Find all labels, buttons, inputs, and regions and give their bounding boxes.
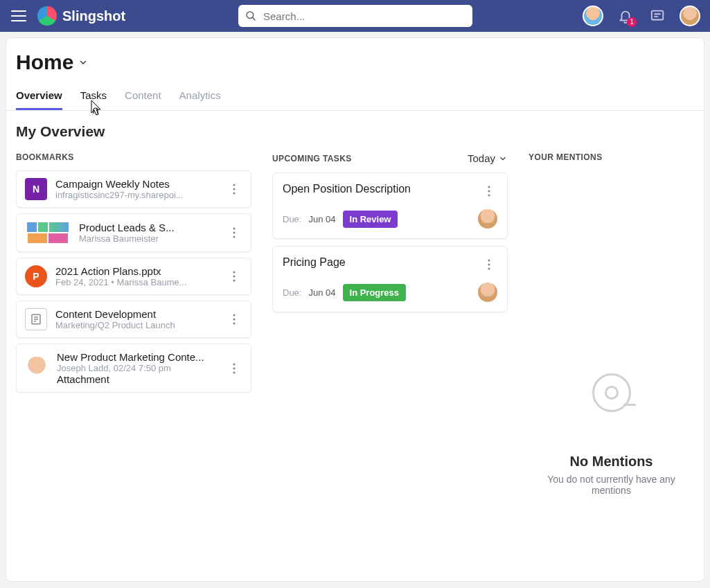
- more-button[interactable]: [226, 360, 242, 377]
- tasks-label: UPCOMING TASKS: [272, 154, 352, 163]
- bookmark-title: New Product Marketing Conte...: [57, 351, 218, 363]
- search-input[interactable]: [263, 10, 465, 22]
- svg-point-20: [233, 318, 235, 320]
- svg-point-22: [233, 363, 235, 365]
- task-title: Pricing Page: [283, 256, 346, 269]
- page-title-text: Home: [16, 51, 73, 74]
- more-button[interactable]: [226, 181, 242, 197]
- topbar-right: 1: [583, 6, 700, 26]
- task-head: Pricing Page: [283, 256, 497, 273]
- more-vertical-icon: [233, 271, 236, 282]
- user-avatar[interactable]: [680, 6, 700, 26]
- svg-point-29: [488, 263, 490, 265]
- search-input-container[interactable]: [238, 5, 472, 27]
- person-avatar-icon: [25, 357, 48, 380]
- svg-point-24: [233, 371, 235, 373]
- task-head: Open Position Description: [283, 183, 497, 199]
- bookmark-body: New Product Marketing Conte...Joseph Lad…: [57, 351, 218, 385]
- assistant-avatar[interactable]: [583, 6, 603, 26]
- svg-point-9: [233, 227, 235, 229]
- svg-point-14: [233, 279, 235, 281]
- search-wrap: [238, 5, 472, 27]
- assignee-avatar[interactable]: [478, 283, 497, 302]
- bookmark-title: 2021 Action Plans.pptx: [55, 265, 218, 277]
- powerpoint-icon: P: [25, 265, 47, 287]
- svg-rect-5: [652, 11, 664, 20]
- chevron-down-icon: [498, 154, 508, 163]
- tasks-column: UPCOMING TASKS Today Open Position Descr…: [272, 123, 508, 569]
- bookmark-sub: Feb 24, 2021 • Marissa Baume...: [55, 277, 218, 287]
- bookmark-card[interactable]: Content DevelopmentMarketing/Q2 Product …: [16, 301, 251, 338]
- section-title: My Overview: [16, 123, 251, 140]
- tab-analytics[interactable]: Analytics: [179, 89, 221, 110]
- svg-line-4: [252, 17, 255, 20]
- onenote-icon: N: [25, 178, 47, 200]
- task-meta: Due:Jun 04In Review: [283, 209, 497, 229]
- bookmark-body: 2021 Action Plans.pptxFeb 24, 2021 • Mar…: [55, 265, 218, 287]
- chevron-down-icon: [78, 57, 89, 68]
- svg-point-23: [233, 367, 235, 369]
- due-label: Due:: [283, 214, 301, 224]
- bookmark-sub: Marketing/Q2 Product Launch: [55, 320, 218, 330]
- bookmark-title: Campaign Weekly Notes: [55, 178, 218, 190]
- tab-overview[interactable]: Overview: [16, 89, 62, 110]
- bookmark-sub: Marissa Baumeister: [79, 233, 218, 244]
- page-title[interactable]: Home: [16, 51, 694, 74]
- tasks-filter[interactable]: Today: [468, 152, 508, 164]
- bookmark-card[interactable]: P2021 Action Plans.pptxFeb 24, 2021 • Ma…: [16, 258, 251, 295]
- bookmark-card[interactable]: Product Leads & S...Marissa Baumeister: [16, 213, 251, 252]
- bookmark-body: Content DevelopmentMarketing/Q2 Product …: [55, 308, 218, 330]
- bookmark-card[interactable]: New Product Marketing Conte...Joseph Lad…: [16, 344, 251, 393]
- bookmark-sub: infragisticsinc297-my.sharepoi...: [55, 190, 218, 200]
- due-date: Jun 04: [308, 214, 335, 224]
- more-button[interactable]: [481, 256, 497, 273]
- tasks-header: UPCOMING TASKS Today: [272, 152, 508, 164]
- chat-icon: [650, 8, 665, 24]
- bookmark-body: Campaign Weekly Notesinfragisticsinc297-…: [55, 178, 218, 200]
- more-vertical-icon: [488, 186, 490, 197]
- svg-point-6: [233, 184, 235, 186]
- topbar: Slingshot 1: [0, 0, 710, 32]
- bookmark-card[interactable]: NCampaign Weekly Notesinfragisticsinc297…: [16, 170, 251, 208]
- svg-point-3: [247, 12, 254, 19]
- tab-tasks[interactable]: Tasks: [80, 89, 107, 110]
- task-card[interactable]: Pricing PageDue:Jun 04In Progress: [272, 246, 508, 312]
- svg-point-10: [233, 231, 235, 233]
- status-badge: In Review: [343, 211, 398, 228]
- svg-point-8: [233, 192, 235, 194]
- brand[interactable]: Slingshot: [37, 6, 125, 26]
- task-card[interactable]: Open Position DescriptionDue:Jun 04In Re…: [272, 172, 508, 239]
- task-meta: Due:Jun 04In Progress: [283, 283, 497, 302]
- messages-button[interactable]: [648, 6, 667, 26]
- more-button[interactable]: [481, 183, 497, 199]
- svg-point-28: [488, 259, 490, 261]
- more-button[interactable]: [226, 311, 242, 328]
- more-button[interactable]: [226, 224, 242, 241]
- tab-content[interactable]: Content: [125, 89, 161, 110]
- svg-point-12: [233, 271, 235, 273]
- task-title: Open Position Description: [283, 183, 411, 195]
- bookmark-title: Content Development: [55, 308, 218, 320]
- bookmark-sub: Joseph Ladd, 02/24 7:50 pm: [57, 363, 218, 373]
- svg-point-13: [233, 275, 235, 277]
- svg-point-19: [233, 314, 235, 316]
- more-button[interactable]: [226, 268, 242, 285]
- hamburger-menu-icon[interactable]: [10, 7, 28, 25]
- bookmark-title: Product Leads & S...: [79, 222, 218, 233]
- page-header: Home OverviewTasksContentAnalytics: [6, 37, 704, 111]
- tasks-list: Open Position DescriptionDue:Jun 04In Re…: [272, 172, 508, 312]
- brand-name: Slingshot: [62, 8, 125, 24]
- content: My Overview BOOKMARKS NCampaign Weekly N…: [6, 111, 704, 582]
- bookmarks-label: BOOKMARKS: [16, 152, 74, 162]
- more-vertical-icon: [233, 184, 236, 195]
- brand-logo-icon: [37, 6, 57, 26]
- document-icon: [25, 308, 47, 330]
- mentions-column: YOUR MENTIONS No Mentions You do not cur…: [529, 123, 694, 569]
- assignee-avatar[interactable]: [478, 209, 497, 229]
- bookmarks-header: BOOKMARKS: [16, 152, 251, 162]
- mentions-label: YOUR MENTIONS: [529, 152, 603, 162]
- svg-point-26: [488, 190, 490, 192]
- more-vertical-icon: [233, 314, 236, 325]
- notifications-button[interactable]: 1: [616, 6, 635, 26]
- bookmarks-list: NCampaign Weekly Notesinfragisticsinc297…: [16, 170, 251, 393]
